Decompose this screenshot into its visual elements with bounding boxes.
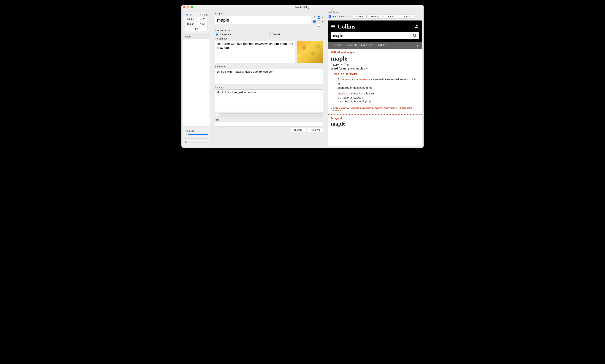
- tab-google-button[interactable]: Google: [368, 14, 382, 19]
- web-query-panel: Web Query Auto Query 2/0/3 Collins Googl…: [326, 10, 424, 148]
- example-label: Example: [215, 86, 323, 89]
- collins-search-bar[interactable]: ✕: [331, 32, 419, 39]
- collins-word-forms: Word forms: plural maples: [331, 67, 419, 70]
- tab-collins-button[interactable]: Collins: [353, 14, 367, 19]
- collins-language-bar[interactable]: English French German Italian ▾: [328, 42, 422, 49]
- web-query-counter: 2/0/3: [346, 15, 351, 18]
- example-audio-icon[interactable]: [368, 100, 371, 103]
- flag-d-checkbox[interactable]: D: [317, 24, 323, 27]
- collins-example-1: It's made of maple.: [337, 96, 419, 99]
- word-list[interactable]: maple: [183, 34, 210, 127]
- window-zoom-button[interactable]: [191, 6, 193, 8]
- things-button[interactable]: Things: [185, 22, 196, 26]
- window-title: Maple Utility: [296, 6, 310, 9]
- lang-english[interactable]: English: [332, 43, 343, 47]
- collins-example-2: ...a solid maple worktop.: [337, 100, 419, 103]
- lang-more-icon[interactable]: ▾: [417, 43, 418, 48]
- confirm-button[interactable]: Confirm: [308, 128, 323, 132]
- pron-samantha-radio[interactable]: Samantha: [215, 33, 231, 36]
- collins-logo-text: Collins: [337, 23, 355, 30]
- pron-label: Pronunciation: [215, 29, 323, 32]
- level-cell-top[interactable]: 2: [313, 16, 316, 18]
- paraphrase-input[interactable]: cn. a tree with five-pointed leaves whic…: [215, 41, 296, 63]
- search-icon[interactable]: [413, 34, 417, 38]
- lang-german[interactable]: German: [361, 43, 373, 47]
- audio-icon[interactable]: [366, 67, 368, 70]
- paraphrase-image: [297, 41, 323, 63]
- window-minimize-button[interactable]: [187, 6, 189, 8]
- collins-image-of-label: Image of: [331, 117, 419, 120]
- extension-label: Extension: [215, 65, 323, 68]
- lang-italian[interactable]: Italian: [377, 43, 386, 47]
- sidebar-controls-panel: EN DE Kindle CSV Things New Clear: [183, 11, 210, 33]
- extra-track[interactable]: [220, 114, 323, 117]
- clear-button[interactable]: Clear: [185, 27, 208, 31]
- collins-definition-1: A maple or a maple tree is a tree with f…: [337, 77, 419, 90]
- titlebar: Maple Utility: [181, 5, 424, 10]
- collins-copyright: Collins COBUILD Advanced Learner's Dicti…: [331, 106, 419, 112]
- section-divider: [328, 114, 422, 115]
- collins-image-word: maple: [331, 120, 419, 127]
- collins-pronunciation: (meɪpᵊl ): [331, 63, 419, 66]
- level-segment[interactable]: 2: [313, 16, 316, 23]
- lang-de-label: DE: [204, 13, 208, 16]
- progress-label: Progress: [185, 130, 208, 132]
- paraphrase-label: Paraphrase: [215, 37, 323, 40]
- example-audio-icon[interactable]: [362, 96, 364, 99]
- tab-image-button[interactable]: Image: [384, 14, 397, 19]
- collins-frame: Collins ✕ English: [328, 21, 422, 146]
- hint-input[interactable]: [215, 122, 323, 127]
- discard-button[interactable]: Discard: [291, 128, 306, 132]
- auto-query-checkbox[interactable]: Auto Query: [328, 15, 345, 18]
- lang-de-radio[interactable]: DE: [199, 13, 208, 16]
- lang-en-label: EN: [190, 13, 193, 16]
- csv-button[interactable]: CSV: [197, 17, 208, 21]
- new-button[interactable]: New: [197, 22, 208, 26]
- svg-line-1: [415, 36, 416, 37]
- web-query-title: Web Query: [328, 11, 422, 13]
- svg-point-0: [413, 34, 416, 36]
- collins-headword: maple: [331, 55, 419, 62]
- level-cell-bottom[interactable]: [313, 21, 316, 23]
- collins-pos: VARIABLE NOUN: [334, 73, 419, 76]
- app-window: Maple Utility EN DE Kindle CSV: [181, 5, 424, 148]
- extension-input[interactable]: cn. tree with ~ leaves: maple tree! (of …: [215, 69, 323, 84]
- extra-toggle-checkbox[interactable]: [216, 114, 218, 116]
- progress-row-wrong: ✕: [185, 141, 208, 143]
- subject-input[interactable]: [215, 16, 311, 24]
- info-icon[interactable]: [346, 63, 349, 66]
- progress-row-unknown: ?: [185, 133, 208, 136]
- word-list-item[interactable]: maple: [183, 35, 209, 39]
- lang-en-radio[interactable]: EN: [185, 13, 193, 16]
- collins-search-input[interactable]: [333, 34, 407, 38]
- account-icon[interactable]: [415, 24, 419, 29]
- pron-daniel-radio[interactable]: Daniel: [268, 33, 280, 36]
- collins-definition-heading: Definition of 'maple': [331, 51, 419, 54]
- flag-s-checkbox[interactable]: S: [317, 20, 323, 23]
- sidebar: EN DE Kindle CSV Things New Clear: [181, 10, 211, 148]
- level-cell-mid[interactable]: [313, 18, 316, 21]
- clear-search-icon[interactable]: ✕: [407, 33, 413, 38]
- subject-label: Subject: [215, 12, 323, 15]
- hint-label: Hint: [215, 118, 323, 121]
- flag-r-checkbox[interactable]: R: [317, 16, 323, 19]
- hamburger-icon[interactable]: [331, 24, 335, 29]
- progress-row-correct: ✓: [185, 137, 208, 140]
- audio-icon[interactable]: [340, 63, 343, 66]
- tab-translate-button[interactable]: Translate: [398, 14, 415, 19]
- progress-panel: Progress ? ✓ ✕: [183, 128, 210, 146]
- window-close-button[interactable]: [183, 6, 186, 8]
- lang-french[interactable]: French: [347, 43, 357, 47]
- kindle-button[interactable]: Kindle: [185, 17, 196, 21]
- example-input[interactable]: Maple trees turn gold in autumn.: [215, 90, 323, 112]
- collins-definition-2: Maple is the wood of this tree.: [337, 91, 419, 96]
- main-form: Subject 2 R S D: [211, 10, 326, 148]
